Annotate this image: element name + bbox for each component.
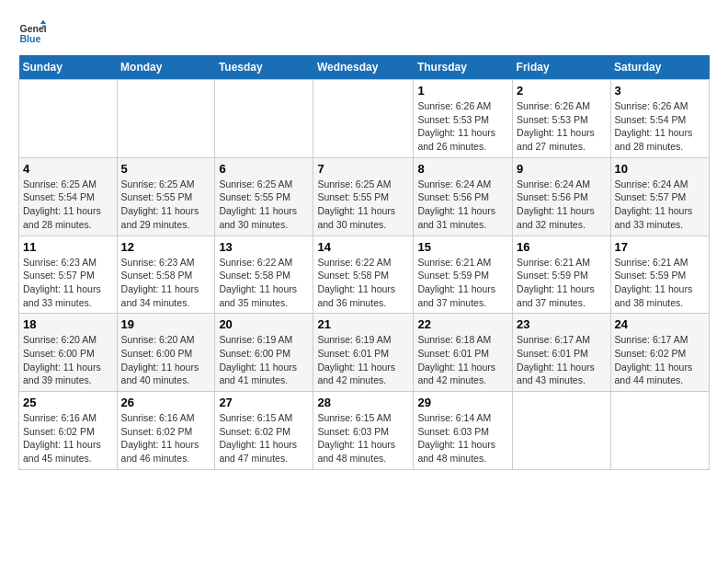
day-info: Sunrise: 6:20 AM Sunset: 6:00 PM Dayligh… [121, 333, 211, 387]
logo: General Blue [18, 18, 46, 46]
day-number: 17 [615, 240, 705, 254]
day-info: Sunrise: 6:16 AM Sunset: 6:02 PM Dayligh… [23, 411, 113, 465]
day-number: 29 [417, 396, 508, 409]
calendar-cell: 23Sunrise: 6:17 AM Sunset: 6:01 PM Dayli… [513, 314, 610, 392]
day-info: Sunrise: 6:24 AM Sunset: 5:56 PM Dayligh… [417, 178, 508, 232]
calendar-cell: 3Sunrise: 6:26 AM Sunset: 5:54 PM Daylig… [610, 80, 709, 158]
week-row-3: 11Sunrise: 6:23 AM Sunset: 5:57 PM Dayli… [19, 236, 710, 314]
day-number: 13 [219, 240, 309, 254]
calendar-cell [19, 80, 118, 158]
day-number: 15 [417, 240, 508, 254]
day-info: Sunrise: 6:15 AM Sunset: 6:02 PM Dayligh… [219, 411, 309, 465]
day-info: Sunrise: 6:25 AM Sunset: 5:55 PM Dayligh… [219, 178, 309, 232]
day-number: 27 [219, 396, 309, 409]
calendar-cell: 9Sunrise: 6:24 AM Sunset: 5:56 PM Daylig… [513, 157, 610, 236]
day-number: 9 [517, 162, 606, 176]
day-info: Sunrise: 6:26 AM Sunset: 5:54 PM Dayligh… [615, 99, 705, 154]
calendar-cell: 6Sunrise: 6:25 AM Sunset: 5:55 PM Daylig… [215, 157, 313, 236]
col-header-friday: Friday [513, 55, 610, 80]
week-row-4: 18Sunrise: 6:20 AM Sunset: 6:00 PM Dayli… [19, 314, 710, 392]
day-info: Sunrise: 6:15 AM Sunset: 6:03 PM Dayligh… [317, 411, 409, 465]
day-number: 12 [121, 240, 211, 254]
day-number: 18 [23, 317, 113, 331]
col-header-saturday: Saturday [610, 55, 709, 80]
day-info: Sunrise: 6:25 AM Sunset: 5:54 PM Dayligh… [23, 178, 113, 232]
col-header-tuesday: Tuesday [215, 55, 313, 80]
day-info: Sunrise: 6:16 AM Sunset: 6:02 PM Dayligh… [121, 411, 211, 465]
day-info: Sunrise: 6:20 AM Sunset: 6:00 PM Dayligh… [23, 333, 113, 387]
week-row-1: 1Sunrise: 6:26 AM Sunset: 5:53 PM Daylig… [19, 80, 710, 158]
day-number: 22 [417, 317, 508, 331]
calendar-cell: 17Sunrise: 6:21 AM Sunset: 5:59 PM Dayli… [610, 236, 709, 314]
calendar-cell: 4Sunrise: 6:25 AM Sunset: 5:54 PM Daylig… [19, 157, 118, 236]
calendar-cell [610, 392, 709, 470]
calendar-cell [215, 80, 313, 158]
calendar-cell [117, 80, 215, 158]
calendar-table: SundayMondayTuesdayWednesdayThursdayFrid… [18, 55, 710, 470]
col-header-monday: Monday [117, 55, 215, 80]
day-number: 16 [517, 240, 606, 254]
day-number: 24 [615, 317, 705, 331]
calendar-cell: 7Sunrise: 6:25 AM Sunset: 5:55 PM Daylig… [313, 157, 414, 236]
day-info: Sunrise: 6:24 AM Sunset: 5:57 PM Dayligh… [615, 178, 705, 232]
day-number: 19 [121, 317, 211, 331]
calendar-cell: 24Sunrise: 6:17 AM Sunset: 6:02 PM Dayli… [610, 314, 709, 392]
col-header-sunday: Sunday [19, 55, 118, 80]
calendar-cell: 26Sunrise: 6:16 AM Sunset: 6:02 PM Dayli… [117, 392, 215, 470]
calendar-cell [313, 80, 414, 158]
calendar-cell: 21Sunrise: 6:19 AM Sunset: 6:01 PM Dayli… [313, 314, 414, 392]
day-number: 25 [23, 396, 113, 409]
day-info: Sunrise: 6:17 AM Sunset: 6:01 PM Dayligh… [517, 333, 606, 387]
calendar-cell: 22Sunrise: 6:18 AM Sunset: 6:01 PM Dayli… [414, 314, 513, 392]
svg-marker-2 [40, 20, 46, 25]
calendar-cell: 20Sunrise: 6:19 AM Sunset: 6:00 PM Dayli… [215, 314, 313, 392]
week-row-5: 25Sunrise: 6:16 AM Sunset: 6:02 PM Dayli… [19, 392, 710, 470]
header-row: SundayMondayTuesdayWednesdayThursdayFrid… [19, 55, 710, 80]
day-info: Sunrise: 6:26 AM Sunset: 5:53 PM Dayligh… [417, 99, 508, 154]
day-info: Sunrise: 6:21 AM Sunset: 5:59 PM Dayligh… [517, 256, 606, 310]
day-number: 3 [615, 84, 705, 98]
calendar-cell: 25Sunrise: 6:16 AM Sunset: 6:02 PM Dayli… [19, 392, 118, 470]
day-number: 5 [121, 162, 211, 176]
calendar-cell: 28Sunrise: 6:15 AM Sunset: 6:03 PM Dayli… [313, 392, 414, 470]
calendar-cell [513, 392, 610, 470]
day-info: Sunrise: 6:14 AM Sunset: 6:03 PM Dayligh… [417, 411, 508, 465]
day-number: 2 [517, 84, 606, 98]
calendar-cell: 19Sunrise: 6:20 AM Sunset: 6:00 PM Dayli… [117, 314, 215, 392]
calendar-cell: 15Sunrise: 6:21 AM Sunset: 5:59 PM Dayli… [414, 236, 513, 314]
logo-icon: General Blue [18, 18, 46, 46]
day-info: Sunrise: 6:22 AM Sunset: 5:58 PM Dayligh… [317, 256, 409, 310]
day-info: Sunrise: 6:17 AM Sunset: 6:02 PM Dayligh… [615, 333, 705, 387]
day-number: 28 [317, 396, 409, 409]
calendar-cell: 13Sunrise: 6:22 AM Sunset: 5:58 PM Dayli… [215, 236, 313, 314]
day-number: 11 [23, 240, 113, 254]
calendar-cell: 16Sunrise: 6:21 AM Sunset: 5:59 PM Dayli… [513, 236, 610, 314]
day-number: 8 [417, 162, 508, 176]
day-number: 14 [317, 240, 409, 254]
day-number: 7 [317, 162, 409, 176]
day-info: Sunrise: 6:25 AM Sunset: 5:55 PM Dayligh… [317, 178, 409, 232]
calendar-cell: 11Sunrise: 6:23 AM Sunset: 5:57 PM Dayli… [19, 236, 118, 314]
svg-text:Blue: Blue [20, 33, 41, 44]
day-info: Sunrise: 6:23 AM Sunset: 5:57 PM Dayligh… [23, 256, 113, 310]
day-number: 23 [517, 317, 606, 331]
day-info: Sunrise: 6:22 AM Sunset: 5:58 PM Dayligh… [219, 256, 309, 310]
day-info: Sunrise: 6:19 AM Sunset: 6:00 PM Dayligh… [219, 333, 309, 387]
day-number: 21 [317, 317, 409, 331]
day-info: Sunrise: 6:19 AM Sunset: 6:01 PM Dayligh… [317, 333, 409, 387]
day-number: 4 [23, 162, 113, 176]
day-number: 6 [219, 162, 309, 176]
calendar-cell: 27Sunrise: 6:15 AM Sunset: 6:02 PM Dayli… [215, 392, 313, 470]
week-row-2: 4Sunrise: 6:25 AM Sunset: 5:54 PM Daylig… [19, 157, 710, 236]
calendar-cell: 2Sunrise: 6:26 AM Sunset: 5:53 PM Daylig… [513, 80, 610, 158]
calendar-cell: 29Sunrise: 6:14 AM Sunset: 6:03 PM Dayli… [414, 392, 513, 470]
day-info: Sunrise: 6:25 AM Sunset: 5:55 PM Dayligh… [121, 178, 211, 232]
day-number: 1 [417, 84, 508, 98]
day-info: Sunrise: 6:24 AM Sunset: 5:56 PM Dayligh… [517, 178, 606, 232]
calendar-cell: 5Sunrise: 6:25 AM Sunset: 5:55 PM Daylig… [117, 157, 215, 236]
calendar-cell: 1Sunrise: 6:26 AM Sunset: 5:53 PM Daylig… [414, 80, 513, 158]
calendar-cell: 8Sunrise: 6:24 AM Sunset: 5:56 PM Daylig… [414, 157, 513, 236]
col-header-wednesday: Wednesday [313, 55, 414, 80]
calendar-cell: 14Sunrise: 6:22 AM Sunset: 5:58 PM Dayli… [313, 236, 414, 314]
col-header-thursday: Thursday [414, 55, 513, 80]
